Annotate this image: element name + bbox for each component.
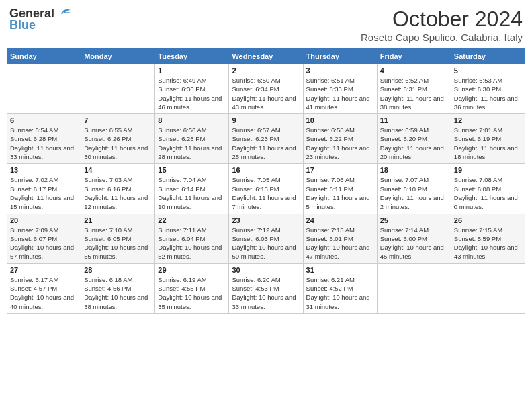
day-number: 3 [306, 66, 374, 75]
calendar-cell: 9Sunrise: 6:57 AM Sunset: 6:23 PM Daylig… [229, 114, 303, 164]
calendar-header-row: SundayMondayTuesdayWednesdayThursdayFrid… [7, 49, 525, 64]
calendar-cell: 20Sunrise: 7:09 AM Sunset: 6:07 PM Dayli… [7, 214, 81, 263]
calendar-cell: 22Sunrise: 7:11 AM Sunset: 6:04 PM Dayli… [155, 214, 229, 263]
calendar-cell: 30Sunrise: 6:20 AM Sunset: 4:53 PM Dayli… [229, 263, 303, 313]
day-info: Sunrise: 6:51 AM Sunset: 6:33 PM Dayligh… [306, 76, 374, 111]
calendar-cell: 1Sunrise: 6:49 AM Sunset: 6:36 PM Daylig… [155, 64, 229, 114]
day-info: Sunrise: 6:59 AM Sunset: 6:20 PM Dayligh… [380, 126, 448, 161]
calendar-week-row: 6Sunrise: 6:54 AM Sunset: 6:28 PM Daylig… [7, 114, 525, 164]
calendar-cell: 12Sunrise: 7:01 AM Sunset: 6:19 PM Dayli… [451, 114, 525, 164]
day-info: Sunrise: 6:49 AM Sunset: 6:36 PM Dayligh… [158, 76, 226, 111]
day-info: Sunrise: 7:10 AM Sunset: 6:05 PM Dayligh… [84, 226, 152, 261]
day-number: 29 [158, 266, 226, 274]
calendar-cell [451, 263, 525, 313]
calendar-cell: 27Sunrise: 6:17 AM Sunset: 4:57 PM Dayli… [7, 263, 81, 313]
calendar-cell: 16Sunrise: 7:05 AM Sunset: 6:13 PM Dayli… [229, 164, 303, 214]
calendar-cell: 24Sunrise: 7:13 AM Sunset: 6:01 PM Dayli… [303, 214, 377, 263]
calendar-cell: 17Sunrise: 7:06 AM Sunset: 6:11 PM Dayli… [303, 164, 377, 214]
day-info: Sunrise: 6:20 AM Sunset: 4:53 PM Dayligh… [232, 275, 300, 311]
calendar-cell: 29Sunrise: 6:19 AM Sunset: 4:55 PM Dayli… [155, 263, 229, 313]
calendar-cell [81, 64, 155, 114]
calendar-cell: 3Sunrise: 6:51 AM Sunset: 6:33 PM Daylig… [303, 64, 377, 114]
day-info: Sunrise: 6:57 AM Sunset: 6:23 PM Dayligh… [232, 126, 300, 161]
location-title: Roseto Capo Spulico, Calabria, Italy [361, 32, 523, 43]
day-info: Sunrise: 6:19 AM Sunset: 4:55 PM Dayligh… [158, 275, 226, 311]
weekday-header-monday: Monday [81, 49, 155, 64]
day-number: 23 [232, 216, 300, 224]
day-number: 28 [84, 266, 152, 274]
day-number: 30 [232, 266, 300, 274]
day-info: Sunrise: 7:02 AM Sunset: 6:17 PM Dayligh… [10, 175, 78, 211]
day-number: 25 [380, 216, 448, 224]
calendar-table: SundayMondayTuesdayWednesdayThursdayFrid… [7, 48, 525, 314]
day-number: 11 [380, 116, 448, 124]
title-block: October 2024 Roseto Capo Spulico, Calabr… [361, 7, 523, 43]
calendar-cell [377, 263, 451, 313]
day-number: 6 [10, 116, 78, 124]
calendar-cell: 5Sunrise: 6:53 AM Sunset: 6:30 PM Daylig… [451, 64, 525, 114]
calendar-cell: 21Sunrise: 7:10 AM Sunset: 6:05 PM Dayli… [81, 214, 155, 263]
day-info: Sunrise: 7:06 AM Sunset: 6:11 PM Dayligh… [306, 175, 374, 211]
logo-bird-icon [56, 9, 71, 19]
day-info: Sunrise: 7:08 AM Sunset: 6:08 PM Dayligh… [454, 175, 522, 211]
day-info: Sunrise: 7:04 AM Sunset: 6:14 PM Dayligh… [158, 175, 226, 211]
day-info: Sunrise: 6:54 AM Sunset: 6:28 PM Dayligh… [10, 126, 78, 161]
day-info: Sunrise: 7:07 AM Sunset: 6:10 PM Dayligh… [380, 175, 448, 211]
day-info: Sunrise: 7:15 AM Sunset: 5:59 PM Dayligh… [454, 226, 522, 261]
day-number: 27 [10, 266, 78, 274]
day-number: 26 [454, 216, 522, 224]
calendar-cell: 14Sunrise: 7:03 AM Sunset: 6:16 PM Dayli… [81, 164, 155, 214]
day-info: Sunrise: 7:11 AM Sunset: 6:04 PM Dayligh… [158, 226, 226, 261]
day-info: Sunrise: 7:13 AM Sunset: 6:01 PM Dayligh… [306, 226, 374, 261]
calendar-cell [7, 64, 81, 114]
calendar-cell: 28Sunrise: 6:18 AM Sunset: 4:56 PM Dayli… [81, 263, 155, 313]
month-title: October 2024 [361, 7, 523, 32]
day-info: Sunrise: 6:56 AM Sunset: 6:25 PM Dayligh… [158, 126, 226, 161]
calendar-cell: 19Sunrise: 7:08 AM Sunset: 6:08 PM Dayli… [451, 164, 525, 214]
day-number: 9 [232, 116, 300, 124]
day-info: Sunrise: 6:55 AM Sunset: 6:26 PM Dayligh… [84, 126, 152, 161]
day-number: 17 [306, 166, 374, 174]
calendar-week-row: 27Sunrise: 6:17 AM Sunset: 4:57 PM Dayli… [7, 263, 525, 313]
calendar-cell: 13Sunrise: 7:02 AM Sunset: 6:17 PM Dayli… [7, 164, 81, 214]
day-number: 12 [454, 116, 522, 124]
day-number: 18 [380, 166, 448, 174]
weekday-header-friday: Friday [377, 49, 451, 64]
day-number: 13 [10, 166, 78, 174]
day-number: 16 [232, 166, 300, 174]
day-info: Sunrise: 7:12 AM Sunset: 6:03 PM Dayligh… [232, 226, 300, 261]
weekday-header-saturday: Saturday [451, 49, 525, 64]
day-info: Sunrise: 6:21 AM Sunset: 4:52 PM Dayligh… [306, 275, 374, 311]
weekday-header-thursday: Thursday [303, 49, 377, 64]
day-info: Sunrise: 6:17 AM Sunset: 4:57 PM Dayligh… [10, 275, 78, 311]
day-info: Sunrise: 7:09 AM Sunset: 6:07 PM Dayligh… [10, 226, 78, 261]
day-number: 21 [84, 216, 152, 224]
calendar-cell: 6Sunrise: 6:54 AM Sunset: 6:28 PM Daylig… [7, 114, 81, 164]
day-number: 14 [84, 166, 152, 174]
day-info: Sunrise: 6:52 AM Sunset: 6:31 PM Dayligh… [380, 76, 448, 111]
day-number: 5 [454, 66, 522, 75]
day-number: 1 [158, 66, 226, 75]
day-info: Sunrise: 6:18 AM Sunset: 4:56 PM Dayligh… [84, 275, 152, 311]
calendar-cell: 31Sunrise: 6:21 AM Sunset: 4:52 PM Dayli… [303, 263, 377, 313]
page-header: General Blue October 2024 Roseto Capo Sp… [7, 7, 525, 43]
calendar-cell: 15Sunrise: 7:04 AM Sunset: 6:14 PM Dayli… [155, 164, 229, 214]
day-info: Sunrise: 7:14 AM Sunset: 6:00 PM Dayligh… [380, 226, 448, 261]
calendar-cell: 25Sunrise: 7:14 AM Sunset: 6:00 PM Dayli… [377, 214, 451, 263]
day-info: Sunrise: 7:01 AM Sunset: 6:19 PM Dayligh… [454, 126, 522, 161]
calendar-cell: 4Sunrise: 6:52 AM Sunset: 6:31 PM Daylig… [377, 64, 451, 114]
logo-text-blue: Blue [9, 18, 36, 32]
weekday-header-tuesday: Tuesday [155, 49, 229, 64]
day-number: 7 [84, 116, 152, 124]
calendar-cell: 10Sunrise: 6:58 AM Sunset: 6:22 PM Dayli… [303, 114, 377, 164]
day-number: 10 [306, 116, 374, 124]
day-info: Sunrise: 7:05 AM Sunset: 6:13 PM Dayligh… [232, 175, 300, 211]
calendar-cell: 7Sunrise: 6:55 AM Sunset: 6:26 PM Daylig… [81, 114, 155, 164]
day-number: 4 [380, 66, 448, 75]
day-info: Sunrise: 6:50 AM Sunset: 6:34 PM Dayligh… [232, 76, 300, 111]
calendar-cell: 23Sunrise: 7:12 AM Sunset: 6:03 PM Dayli… [229, 214, 303, 263]
logo: General Blue [9, 7, 71, 32]
day-number: 8 [158, 116, 226, 124]
calendar-cell: 18Sunrise: 7:07 AM Sunset: 6:10 PM Dayli… [377, 164, 451, 214]
calendar-cell: 26Sunrise: 7:15 AM Sunset: 5:59 PM Dayli… [451, 214, 525, 263]
